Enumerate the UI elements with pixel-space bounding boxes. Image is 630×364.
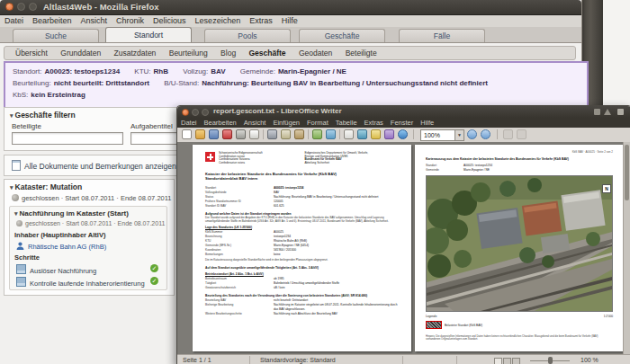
- menu-bearbeiten[interactable]: Bearbeiten: [28, 15, 76, 25]
- find-replace-icon[interactable]: [371, 129, 381, 139]
- tab-standort[interactable]: Standort: [105, 27, 192, 42]
- step-row[interactable]: Kontrolle laufende Inhaberorientierung ✓: [16, 277, 163, 288]
- nav-zusatzdaten[interactable]: Zusatzdaten: [114, 49, 157, 58]
- nachfuehrung-box: ▾Nachführung im Kataster (Start) geschlo…: [9, 206, 167, 290]
- menu-lesezeichen[interactable]: Lesezeichen: [191, 15, 246, 25]
- info-label: KbS:: [13, 91, 28, 99]
- save-icon[interactable]: [209, 129, 219, 139]
- info-value: kein Ersteintrag: [31, 91, 85, 99]
- chevron-down-icon: ▼: [454, 130, 464, 140]
- info-label: Vollzug:: [183, 67, 208, 75]
- document-icon: [12, 160, 21, 171]
- single-page-view-button[interactable]: [494, 358, 502, 364]
- navigator-icon[interactable]: [384, 129, 394, 139]
- maximize-button[interactable]: [202, 109, 209, 116]
- schritte-label: Schritte: [14, 253, 40, 262]
- minimize-button[interactable]: [17, 3, 25, 11]
- info-line-2: Beurteilung:nicht beurteilt: Drittstando…: [13, 77, 580, 89]
- menu-ansicht[interactable]: Ansicht: [240, 118, 270, 128]
- zoom-percent: 100 %: [580, 357, 598, 363]
- new-document-icon[interactable]: [182, 129, 192, 139]
- zoom-slider-thumb[interactable]: [548, 357, 553, 364]
- maximize-button[interactable]: [29, 3, 37, 11]
- menu-delicious[interactable]: Delicious: [148, 15, 191, 25]
- tab-pools[interactable]: Pools: [204, 29, 291, 42]
- field-label: Bemerkungen: [205, 253, 274, 257]
- menu-datei[interactable]: Datei: [177, 118, 201, 128]
- nav-beurteilung[interactable]: Beurteilung: [169, 49, 208, 58]
- menu-hilfe[interactable]: Hilfe: [277, 15, 302, 25]
- redo-icon[interactable]: [326, 129, 336, 139]
- status-separator: [249, 356, 250, 364]
- nav-beteiligte[interactable]: Beteiligte: [346, 49, 377, 58]
- lage-fields: KbS-NummerA00025 Bezeichnungtestoeps1234…: [205, 230, 400, 257]
- menu-extras[interactable]: Extras: [245, 15, 277, 25]
- menu-fenster[interactable]: Fenster: [387, 118, 417, 128]
- multi-page-view-button[interactable]: [503, 358, 511, 364]
- standort-info-box: Standort:A00025: testoeps1234 KTU:RhB Vo…: [4, 61, 589, 111]
- minimize-button[interactable]: [192, 109, 199, 116]
- step-row[interactable]: Auslöser Nachführung ✓: [16, 264, 163, 275]
- beteiligte-input[interactable]: [12, 132, 123, 145]
- nav-geschaefte-active[interactable]: Geschäfte: [249, 49, 286, 58]
- menu-format[interactable]: Format: [303, 118, 332, 128]
- document-page-1: Schweizerische Eidgenossenschaft Confédé…: [193, 145, 411, 351]
- disclaimer-text: Hinweis: Die dargestellten Informationen…: [426, 335, 613, 342]
- legend-label: Legende: [426, 315, 436, 318]
- menu-hilfe[interactable]: Hilfe: [417, 118, 437, 128]
- zoom-combobox[interactable]: 100%▼: [420, 129, 464, 141]
- inhaber-link[interactable]: Rhätische Bahn AG (RhB): [16, 242, 106, 251]
- menu-bearbeiten[interactable]: Bearbeiten: [201, 118, 240, 128]
- book-view-button[interactable]: [512, 358, 520, 364]
- nav-geodaten[interactable]: Geodaten: [299, 49, 332, 58]
- keyboard-indicator-icon[interactable]: [594, 109, 600, 115]
- menu-datei[interactable]: Datei: [0, 15, 28, 25]
- menu-einfuegen[interactable]: Einfügen: [269, 118, 303, 128]
- menu-extras[interactable]: Extras: [361, 118, 387, 128]
- page-style[interactable]: Standardvorlage: Standard: [260, 357, 336, 363]
- sound-indicator-icon[interactable]: [604, 109, 611, 115]
- gallery-icon[interactable]: [398, 129, 408, 139]
- section-nav: Übersicht Grunddaten Zusatzdaten Beurtei…: [4, 46, 576, 60]
- toolbar-separator: [308, 129, 309, 139]
- close-button[interactable]: [5, 3, 14, 11]
- swiss-flag-icon: [205, 152, 215, 162]
- nav-grunddaten[interactable]: Grunddaten: [60, 49, 101, 58]
- all-documents-link[interactable]: Alle Dokumente und Bemerkungen anzeigen: [12, 160, 176, 171]
- betrieb-fields: Betriebszeitraumab 1985 TätigkeitBahnbet…: [205, 277, 400, 290]
- session-indicator-icon[interactable]: [617, 109, 624, 115]
- kataster-header[interactable]: ▾Kataster: Mutation: [10, 182, 82, 191]
- firefox-titlebar: Altlast4Web - Mozilla Firefox: [0, 0, 581, 15]
- copy-icon[interactable]: [281, 129, 291, 139]
- hyperlink-icon[interactable]: [357, 129, 367, 139]
- window-title: report.gescont.txt - LibreOffice Writer: [213, 107, 342, 115]
- nav-uebersicht[interactable]: Übersicht: [15, 49, 48, 58]
- open-icon[interactable]: [195, 129, 205, 139]
- nachfuehrung-header[interactable]: ▾Nachführung im Kataster (Start): [14, 209, 129, 218]
- nav-blog[interactable]: Blog: [220, 49, 236, 58]
- vertical-scrollbar[interactable]: [623, 142, 630, 354]
- menu-tabelle[interactable]: Tabelle: [332, 118, 361, 128]
- menu-ansicht[interactable]: Ansicht: [76, 15, 112, 25]
- filter-header[interactable]: ▾Geschäfte filtern: [10, 111, 76, 120]
- tab-geschaefte[interactable]: Geschäfte: [299, 29, 385, 42]
- undo-icon[interactable]: [312, 129, 322, 139]
- tab-suche[interactable]: Suche: [13, 29, 99, 42]
- table-icon[interactable]: [344, 129, 354, 139]
- forward-button-disabled: [517, 129, 526, 139]
- cut-icon[interactable]: [267, 129, 277, 139]
- menu-chronik[interactable]: Chronik: [112, 15, 148, 25]
- writer-statusbar: Seite 1 / 1 Standardvorlage: Standard 10…: [177, 354, 630, 364]
- tab-faelle[interactable]: Fälle: [399, 29, 485, 42]
- paste-icon[interactable]: [294, 129, 304, 139]
- export-pdf-icon[interactable]: [222, 129, 232, 139]
- page-preview-icon[interactable]: [249, 129, 259, 139]
- print-icon[interactable]: [236, 129, 246, 139]
- scrollbar-thumb[interactable]: [625, 145, 629, 200]
- close-button[interactable]: [182, 109, 189, 116]
- field-row: Standort ID BAV601.625: [205, 204, 400, 209]
- north-indicator: N: [602, 184, 611, 193]
- nachfuehrung-status: geschlossen · Start 08.07.2011 · Ende 08…: [16, 220, 165, 226]
- next-page-button[interactable]: [481, 129, 490, 139]
- previous-page-button[interactable]: [467, 129, 477, 139]
